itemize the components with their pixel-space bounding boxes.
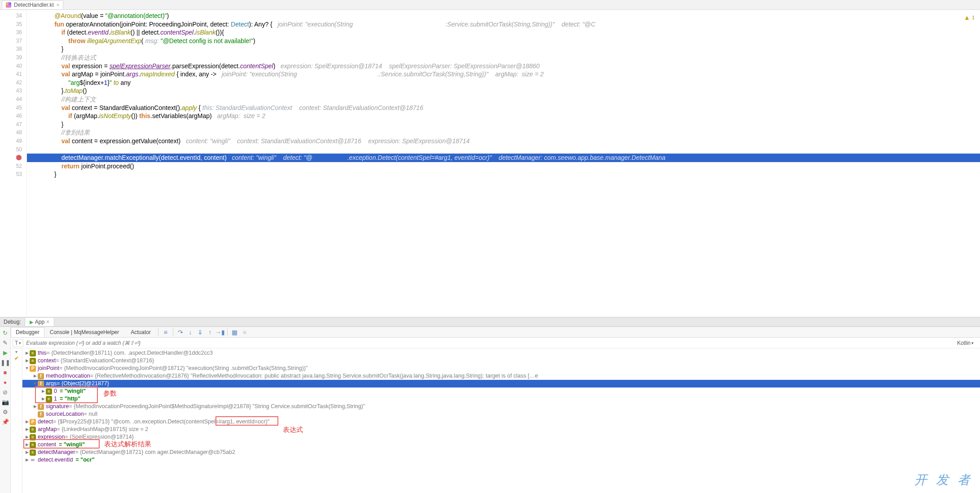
gutter-line[interactable]: 36 (0, 28, 22, 37)
gutter-line[interactable]: 46 (0, 112, 22, 120)
code-line[interactable]: //转换表达式 (27, 53, 980, 62)
gutter-line[interactable]: 37 (0, 37, 22, 45)
variable-row[interactable]: ▶Pdetect = {$Proxy225@18713} "@com. .on.… (22, 418, 980, 426)
gutter-line[interactable]: 39 (0, 53, 22, 62)
code-area[interactable]: @Around(value = "@annotation(detect)") f… (27, 10, 980, 317)
stop-button[interactable]: ■ (1, 368, 9, 376)
variable-row[interactable]: ▶≡1 = "http" (22, 395, 980, 403)
chevron-down-icon[interactable]: ▾ (15, 349, 18, 354)
gutter-line[interactable]: 38 (0, 45, 22, 53)
gutter-line[interactable]: 52 (0, 162, 22, 171)
run-to-cursor-icon[interactable]: →▮ (215, 328, 224, 337)
code-line[interactable]: } (27, 120, 980, 129)
code-line[interactable]: if (detect.eventId.isBlank() || detect.c… (27, 28, 980, 37)
gutter-line[interactable]: 40 (0, 62, 22, 70)
variable-row[interactable]: ▶≡argMap = {LinkedHashMap@18715} size = … (22, 426, 980, 433)
gutter-line[interactable]: 47 (0, 120, 22, 129)
expand-toggle[interactable]: ▶ (40, 387, 46, 395)
code-line[interactable]: val context = StandardEvaluationContext(… (27, 104, 980, 112)
code-line[interactable]: //构建上下文 (27, 95, 980, 104)
expand-toggle[interactable]: ▶ (24, 426, 30, 433)
language-selector[interactable]: Kotlin ▾ (957, 340, 978, 346)
close-icon[interactable]: × (46, 319, 49, 325)
expand-toggle[interactable]: ▶ (32, 372, 38, 380)
variable-row[interactable]: ▶≡context = {StandardEvaluationContext@1… (22, 357, 980, 365)
code-line[interactable]: "arg${index+1}" to any (27, 79, 980, 87)
expand-toggle[interactable]: ▶ (24, 349, 30, 357)
gutter-line[interactable]: 45 (0, 104, 22, 112)
code-line[interactable]: if (argMap.isNotEmpty()) this.setVariabl… (27, 112, 980, 120)
file-tab[interactable]: DetectHandler.kt × (2, 0, 63, 9)
variable-row[interactable]: ▶≡expression = {SpelExpression@18714} (22, 433, 980, 441)
gutter-line[interactable]: 44 (0, 95, 22, 104)
force-step-into-icon[interactable]: ⇓ (196, 328, 205, 337)
code-line[interactable]: } (27, 45, 980, 53)
pin-button[interactable]: 📌 (1, 418, 9, 426)
variable-row[interactable]: ▼PjoinPoint = {MethodInvocationProceedin… (22, 365, 980, 372)
variable-row[interactable]: ▶∞detect.eventId = "ocr" (22, 456, 980, 464)
modify-run-button[interactable]: ✎ (1, 339, 9, 347)
breakpoints-button[interactable]: ● (1, 378, 9, 386)
variable-row[interactable]: ▶≡0 = "wingli" (22, 387, 980, 395)
expand-toggle[interactable]: ▶ (24, 433, 30, 441)
expand-toggle[interactable]: ▶ (32, 403, 38, 410)
expand-toggle[interactable]: ▼ (32, 380, 38, 387)
code-line[interactable] (27, 145, 980, 154)
code-line[interactable]: val argMap = joinPoint.args.mapIndexed {… (27, 70, 980, 79)
settings-button[interactable]: ⚙ (1, 408, 9, 416)
code-editor[interactable]: 3435363738394041424344454647484950515253… (0, 10, 980, 317)
gutter-line[interactable]: 53 (0, 170, 22, 179)
gutter-line[interactable]: 35 (0, 20, 22, 29)
expand-toggle[interactable]: ▶ (24, 357, 30, 365)
tab-console[interactable]: Console | MqMessageHelper (45, 328, 124, 337)
gutter-line[interactable]: 34 (0, 12, 22, 20)
thread-selector[interactable]: T ▾ (13, 339, 23, 347)
expand-toggle[interactable]: ▶ (24, 456, 30, 464)
mute-breakpoints-button[interactable]: ⊘ (1, 388, 9, 396)
expand-toggle[interactable]: ▶ (24, 441, 30, 449)
variable-row[interactable]: ▶≡detectManager = {DetectManager@18721} … (22, 449, 980, 456)
gutter-line[interactable]: 41 (0, 70, 22, 79)
expand-toggle[interactable]: ▶ (40, 395, 46, 403)
code-line[interactable]: val content = expression.getValue(contex… (27, 137, 980, 145)
step-into-icon[interactable]: ↓ (186, 328, 195, 337)
step-out-icon[interactable]: ↑ (206, 328, 215, 337)
run-config-tab[interactable]: ▶ App × (25, 318, 54, 326)
step-over-icon[interactable]: ↷ (176, 328, 185, 337)
code-line[interactable]: detectManager.matchExceptionally(detect.… (27, 154, 980, 162)
code-line[interactable]: return joinPoint.proceed() (27, 162, 980, 171)
variables-tree[interactable]: ▶≡this = {DetectHandler@18711} com. .asp… (22, 348, 980, 493)
code-line[interactable]: val expression = spelExpressionParser.pa… (27, 62, 980, 70)
variable-row[interactable]: ▶≡this = {DetectHandler@18711} com. .asp… (22, 349, 980, 357)
code-line[interactable]: } (27, 170, 980, 179)
inspection-warning-badge[interactable]: ▲ 1 (964, 13, 975, 22)
resume-button[interactable]: ▶ (1, 348, 9, 357)
evaluate-expression-input[interactable] (26, 340, 954, 346)
gutter-line[interactable]: 49 (0, 137, 22, 145)
code-line[interactable]: }.toMap() (27, 87, 980, 95)
variable-row[interactable]: ▶fmethodInvocation = {ReflectiveMethodIn… (22, 372, 980, 380)
gutter-line[interactable]: 42 (0, 79, 22, 87)
tab-actuator[interactable]: Actuator (124, 328, 155, 337)
code-line[interactable]: throw illegalArgumentExp( msg: "@Detect … (27, 37, 980, 45)
more-icon[interactable]: ≡ (240, 328, 249, 337)
layout-icon[interactable]: ≡ (161, 328, 170, 337)
rerun-button[interactable]: ↻ (1, 329, 9, 337)
code-line[interactable]: //拿到结果 (27, 128, 980, 137)
gutter-line[interactable]: 48 (0, 128, 22, 137)
expand-toggle[interactable]: ▶ (24, 418, 30, 426)
evaluate-icon[interactable]: ▦ (230, 328, 239, 337)
variable-row[interactable]: ▼fargs = {Object[2]@21877} (22, 380, 980, 387)
thread-dump-button[interactable]: 📷 (1, 398, 9, 406)
tab-debugger[interactable]: Debugger (11, 327, 44, 337)
pause-button[interactable]: ❚❚ (1, 358, 9, 366)
code-line[interactable]: @Around(value = "@annotation(detect)") (27, 12, 980, 20)
gutter-line[interactable]: 43 (0, 87, 22, 95)
code-line[interactable]: fun operatorAnnotation(joinPoint: Procee… (27, 20, 980, 29)
variable-row[interactable]: fsourceLocation = null (22, 410, 980, 418)
close-icon[interactable]: × (57, 2, 59, 8)
expand-toggle[interactable]: ▼ (24, 365, 30, 372)
gutter-line[interactable]: 50 (0, 145, 22, 154)
expand-toggle[interactable]: ▶ (24, 449, 30, 456)
variable-row[interactable]: ▶fsignature = {MethodInvocationProceedin… (22, 403, 980, 410)
